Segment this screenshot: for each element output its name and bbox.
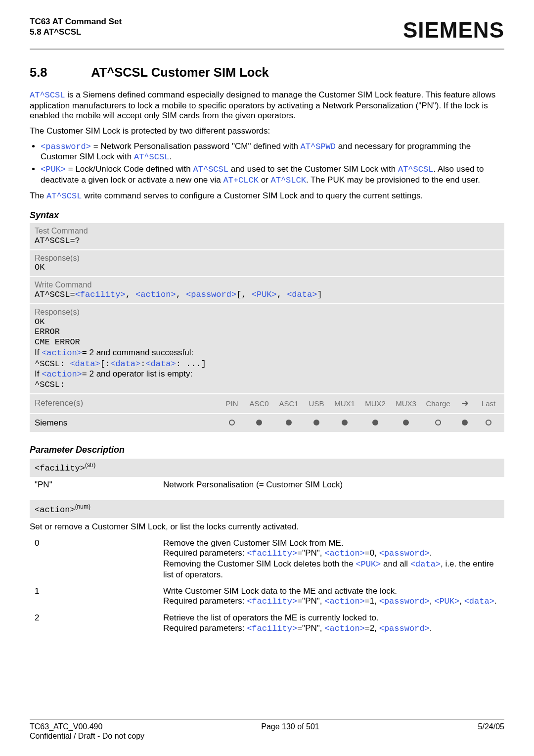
text: ] [317,290,322,299]
param-link[interactable]: <data> [287,290,317,299]
param-action-0: 0 Remove the given Customer SIM Lock fro… [30,535,504,583]
footer-row: TC63_ATC_V00.490 Page 130 of 501 5/24/05 [30,722,504,732]
param-link[interactable]: <password> [186,290,236,299]
param-action-1: 1 Write Customer SIM Lock data to the ME… [30,583,504,610]
references-label: Reference(s) [35,398,222,409]
footer-divider [30,719,504,720]
param-link[interactable]: <data> [110,359,140,369]
param-val: Retrieve the list of operators the ME is… [163,613,499,634]
brand-logo: SIEMENS [403,17,504,44]
dot-mux2 [363,419,388,427]
param-link[interactable]: <facility> [247,549,297,558]
page-header: TC63 AT Command Set 5.8 AT^SCSL SIEMENS [30,17,504,44]
param-link[interactable]: <facility> [75,290,126,299]
param-link[interactable]: <action> [324,624,365,633]
param-link[interactable]: <PUK> [356,560,381,569]
text: Removing the Customer SIM Lock deletes b… [163,559,356,568]
reference-name: Siemens [35,418,222,428]
param-link[interactable]: <action> [324,549,365,558]
label-responses: Response(s) [35,307,499,317]
param-facility-name: <facility> [35,464,85,473]
cmd-link[interactable]: AT^SCSL [134,152,169,162]
dot-usb [307,419,326,427]
param-link[interactable]: <password> [379,549,430,558]
text: , [277,290,287,299]
text: = Network Personalisation password "CM" … [91,142,301,151]
line: Removing the Customer SIM Lock deletes b… [163,559,499,580]
param-action-lead: Set or remove a Customer SIM Lock, or li… [30,522,504,532]
cmd-link[interactable]: AT^SCSL [46,191,82,201]
param-link[interactable]: <data> [410,560,441,569]
text: . The PUK may be provisioned to the end … [306,175,480,185]
param-link[interactable]: <data> [70,359,100,369]
col-mux1: MUX1 [332,399,357,408]
availability-dots [222,419,499,427]
text: write command serves to configure a Cust… [82,191,423,200]
param-link[interactable]: <action> [324,597,365,606]
line: Required parameters: <facility>="PN", <a… [163,548,499,559]
param-link[interactable]: <action> [135,290,176,299]
row-write-response: Response(s) OK ERROR CME ERROR If <actio… [30,303,504,393]
col-charge: Charge [424,399,452,408]
param-link[interactable]: <password> [379,624,430,633]
page-footer: TC63_ATC_V00.490 Page 130 of 501 5/24/05… [30,715,504,741]
label-responses: Response(s) [35,253,499,263]
intro-text: is a Siemens defined command especially … [30,90,495,120]
label-write-command: Write Command [35,280,499,290]
intro-paragraph-2: The Customer SIM Lock is protected by tw… [30,126,504,137]
footer-right: 5/24/05 [478,722,504,732]
label-test-command: Test Command [35,226,499,236]
param-link[interactable]: <PUK> [434,597,459,606]
resp-ok: OK [35,317,499,328]
text: , [430,596,434,606]
param-action-sup: (num) [75,503,90,510]
param-link[interactable]: <action> [42,370,82,379]
param-link[interactable]: <password> [379,597,430,606]
param-link[interactable]: <data> [145,359,176,369]
param-action-name: <action> [35,505,75,514]
section-number: 5.8 [30,65,88,80]
dot-charge [424,419,452,427]
text: , [459,596,464,606]
test-command-text: AT^SCSL=? [35,236,499,246]
dot-asc0 [247,419,271,427]
param-link[interactable]: <facility> [247,624,297,633]
text: If [35,369,42,378]
text: . [430,548,432,558]
text: [: [100,359,110,369]
cmd-link[interactable]: AT^SPWD [301,142,336,151]
resp-scsl-data: ^SCSL: <data>[:<data>:<data>: ...] [35,359,499,370]
dot-arrow [458,419,472,427]
resp-error: ERROR [35,327,499,337]
text: Required parameters: [163,548,247,558]
availability-header: Reference(s) PIN ASC0 ASC1 USB MUX1 MUX2… [30,393,504,413]
line: Retrieve the list of operators the ME is… [163,613,499,623]
section-heading: 5.8 AT^SCSL Customer SIM Lock [30,65,504,80]
param-link[interactable]: <action> [42,348,82,358]
bullet-password: <password> = Network Personalisation pas… [41,142,504,163]
col-mux2: MUX2 [363,399,388,408]
test-response-text: OK [35,263,499,273]
param-link[interactable]: <data> [464,597,494,606]
text: [, [236,290,252,299]
row-test-command: Test Command AT^SCSL=? [30,223,504,249]
param-link[interactable]: <PUK> [41,165,66,174]
cmd-link[interactable]: AT^SCSL [398,165,433,174]
param-link[interactable]: <facility> [247,597,297,606]
cmd-link[interactable]: AT^SCSL [193,165,228,174]
cmd-link[interactable]: AT^SCSL [30,91,65,100]
text: . [430,623,432,633]
dot-pin [222,419,241,427]
param-facility-pn: "PN" Network Personalisation (= Customer… [30,477,504,493]
parameter-description-heading: Parameter Description [30,445,504,456]
param-link[interactable]: <PUK> [252,290,277,299]
param-link[interactable]: <password> [41,142,91,151]
cmd-link[interactable]: AT+CLCK [223,176,259,185]
cmd-link[interactable]: AT^SLCK [270,176,306,185]
text: If [35,348,42,357]
col-asc1: ASC1 [277,399,301,408]
line: Required parameters: <facility>="PN", <a… [163,596,499,607]
param-val: Network Personalisation (= Customer SIM … [163,480,499,490]
availability-columns: PIN ASC0 ASC1 USB MUX1 MUX2 MUX3 Charge … [222,398,499,409]
text: or [259,175,271,185]
